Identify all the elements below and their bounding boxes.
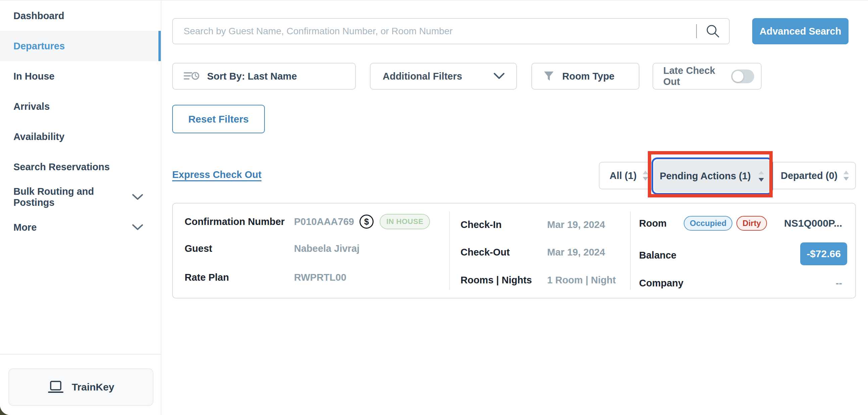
checkin-date: Mar 19, 2024	[547, 219, 605, 230]
departures-tab-group: All (1) Pending Actions (1) Departed (0)	[599, 162, 856, 189]
chevron-down-icon	[493, 72, 505, 80]
tab-departed[interactable]: Departed (0)	[781, 162, 849, 189]
search-icon[interactable]	[697, 24, 729, 39]
sort-by-label: Sort By: Last Name	[207, 71, 297, 82]
sort-arrows-icon	[843, 170, 849, 181]
chevron-down-icon	[132, 194, 143, 201]
sidebar-item-arrivals[interactable]: Arrivals	[0, 91, 161, 122]
late-checkout-label: Late Check Out	[663, 65, 731, 87]
search-input[interactable]	[173, 26, 696, 37]
checkout-label: Check-Out	[461, 247, 547, 258]
company-value: --	[836, 278, 842, 289]
checkout-row: Check-Out Mar 19, 2024	[461, 244, 605, 260]
in-house-status-badge: IN HOUSE	[380, 214, 430, 229]
sidebar-item-label: More	[13, 222, 37, 233]
tab-departed-label: Departed (0)	[781, 170, 837, 181]
toggle-knob	[733, 71, 743, 82]
sidebar-item-availability[interactable]: Availability	[0, 122, 161, 152]
reset-filters-button[interactable]: Reset Filters	[172, 105, 265, 133]
late-checkout-filter: Late Check Out	[652, 63, 762, 90]
balance-label: Balance	[639, 250, 676, 261]
sidebar-item-label: Dashboard	[13, 10, 64, 22]
filter-funnel-icon	[543, 70, 555, 82]
room-occupied-badge: Occupied	[684, 216, 733, 231]
sort-by-control[interactable]: Sort By: Last Name	[172, 63, 356, 90]
guest-row: Guest Nabeela Jivraj	[185, 241, 360, 256]
room-dirty-badge: Dirty	[737, 216, 767, 231]
tab-all[interactable]: All (1)	[610, 162, 649, 189]
room-type-label: Room Type	[562, 71, 615, 82]
sidebar-item-more[interactable]: More	[0, 212, 161, 242]
sidebar-item-label: Arrivals	[13, 101, 50, 112]
express-checkout-link[interactable]: Express Check Out	[172, 169, 261, 180]
trainkey-button[interactable]: TrainKey	[8, 368, 153, 406]
company-label: Company	[639, 278, 683, 289]
additional-filters-dropdown[interactable]: Additional Filters	[370, 63, 517, 90]
laptop-icon	[48, 380, 64, 394]
sort-arrows-desc-icon	[757, 170, 765, 182]
sidebar-item-departures[interactable]: Departures	[0, 31, 161, 61]
sidebar-divider	[0, 354, 161, 355]
company-row: Company --	[639, 275, 842, 291]
rooms-nights-label: Rooms | Nights	[461, 275, 547, 286]
sidebar-item-dashboard[interactable]: Dashboard	[0, 1, 161, 31]
sidebar-item-label: In House	[13, 71, 54, 82]
dollar-icon: $	[360, 214, 374, 229]
checkin-row: Check-In Mar 19, 2024	[461, 217, 605, 232]
guest-name: Nabeela Jivraj	[294, 243, 360, 254]
sidebar: Dashboard Departures In House Arrivals A…	[0, 1, 161, 415]
sidebar-item-label: Departures	[13, 41, 65, 52]
guest-label: Guest	[185, 243, 294, 254]
balance-amount-button[interactable]: -$72.66	[800, 242, 847, 265]
rate-plan-row: Rate Plan RWPRTL00	[185, 270, 346, 285]
checkout-date: Mar 19, 2024	[547, 247, 605, 258]
confirmation-label: Confirmation Number	[185, 216, 294, 227]
advanced-search-button[interactable]: Advanced Search	[752, 18, 848, 44]
room-number: NS1Q000P...	[784, 217, 842, 229]
card-column-divider	[630, 211, 631, 290]
app-window: Dashboard Departures In House Arrivals A…	[0, 0, 868, 415]
rooms-nights-row: Rooms | Nights 1 Room | Night	[461, 272, 616, 288]
tab-pending-actions[interactable]: Pending Actions (1)	[654, 160, 770, 192]
trainkey-label: TrainKey	[72, 381, 115, 393]
additional-filters-label: Additional Filters	[383, 71, 462, 82]
card-column-divider	[449, 211, 450, 290]
search-bar	[172, 18, 730, 44]
confirmation-row: Confirmation Number P010AAA769 $ IN HOUS…	[185, 214, 430, 229]
checkin-label: Check-In	[461, 219, 547, 230]
sort-arrows-icon	[642, 170, 649, 181]
sidebar-item-label: Search Reservations	[13, 161, 110, 173]
tab-all-label: All (1)	[610, 170, 637, 181]
rate-plan-value: RWPRTL00	[294, 272, 346, 283]
sort-by-time-icon	[184, 70, 200, 83]
sidebar-item-label: Bulk Routing and Postings	[13, 186, 132, 208]
sidebar-item-bulk-routing[interactable]: Bulk Routing and Postings	[0, 182, 161, 212]
sidebar-item-label: Availability	[13, 131, 64, 142]
tab-pending-label: Pending Actions (1)	[659, 171, 750, 182]
rate-plan-label: Rate Plan	[185, 272, 294, 283]
room-label: Room	[639, 218, 684, 229]
sidebar-item-in-house[interactable]: In House	[0, 61, 161, 91]
sidebar-item-search-reservations[interactable]: Search Reservations	[0, 152, 161, 182]
chevron-down-icon	[132, 224, 143, 231]
confirmation-number: P010AAA769	[294, 216, 354, 227]
rooms-nights-value: 1 Room | Night	[547, 275, 616, 286]
room-row: Room Occupied Dirty NS1Q000P...	[639, 215, 842, 231]
room-type-filter[interactable]: Room Type	[531, 63, 640, 90]
late-checkout-toggle[interactable]	[731, 69, 754, 83]
reservation-card[interactable]: Confirmation Number P010AAA769 $ IN HOUS…	[172, 203, 856, 298]
